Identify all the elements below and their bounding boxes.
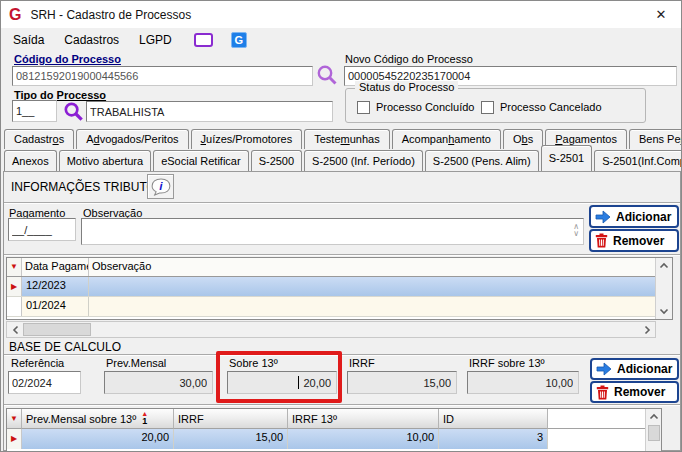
divider: [4, 254, 680, 256]
processo-cancelado-label: Processo Cancelado: [500, 101, 602, 113]
cell-data-pagamento[interactable]: 12/2023: [22, 277, 89, 296]
cell-irrf[interactable]: 15,00: [174, 429, 288, 449]
scroll-up-icon[interactable]: [646, 409, 661, 423]
tab-cadastros[interactable]: Cadastros: [4, 129, 74, 149]
tab-s2501[interactable]: S-2501: [541, 145, 592, 171]
tab-acompanhamento[interactable]: Acompanhamento: [392, 129, 501, 149]
tab-anexos[interactable]: Anexos: [4, 150, 57, 171]
pagamentos-grid: ▼ Data Pagamento Observação ▶ 12/2023 01…: [6, 257, 673, 320]
tab-testemunhas[interactable]: Testemunhas: [304, 129, 389, 149]
codigo-processo-input[interactable]: [12, 66, 313, 86]
grid-filter-icon[interactable]: ▼: [7, 258, 22, 276]
processo-cancelado-checkbox[interactable]: Processo Cancelado: [481, 101, 602, 114]
tab-obs[interactable]: Obs: [503, 129, 543, 149]
tab-s2500[interactable]: S-2500: [251, 150, 302, 171]
tab-esocial-retificar[interactable]: eSocial Retificar: [153, 150, 248, 171]
col-observacao[interactable]: Observação: [89, 258, 655, 276]
table-row[interactable]: ▶ 20,00 15,00 10,00 3: [7, 429, 645, 449]
sort-asc-icon: ▲1: [141, 411, 148, 426]
vertical-scrollbar[interactable]: [655, 258, 672, 319]
referencia-input[interactable]: [8, 371, 81, 394]
cell-prev-mensal-sobre-13[interactable]: 20,00: [22, 429, 174, 449]
novo-codigo-label: Novo Código do Processo: [345, 53, 473, 65]
divider: [4, 202, 680, 204]
monitor-icon[interactable]: [194, 33, 213, 47]
col-data-pagamento[interactable]: Data Pagamento: [22, 258, 89, 276]
vertical-scrollbar[interactable]: [645, 409, 661, 451]
codigo-processo-label: Código do Processo: [14, 53, 121, 65]
col-irrf[interactable]: IRRF: [174, 409, 288, 429]
menu-cadastros[interactable]: Cadastros: [56, 31, 127, 49]
divider: [4, 404, 680, 406]
tab-advogados-peritos[interactable]: Advogados/Peritos: [76, 129, 188, 149]
add-arrow-icon: [596, 362, 612, 376]
scroll-left-icon[interactable]: [7, 322, 23, 337]
table-row[interactable]: 01/2024: [7, 297, 655, 317]
add-arrow-icon: [595, 210, 611, 224]
app-logo-icon: G: [9, 7, 21, 23]
tributo-remover-button[interactable]: Remover: [589, 229, 679, 252]
base-remover-button[interactable]: Remover: [590, 381, 679, 403]
status-groupbox-label: Status do Processo: [355, 81, 458, 93]
base-grid-header: ▼ Prev.Mensal sobre 13º ▲1 IRRF IRRF 13º…: [7, 409, 645, 429]
cell-observacao[interactable]: [89, 277, 655, 296]
window-title: SRH - Cadastro de Processos: [30, 8, 191, 22]
trash-icon: [595, 233, 608, 248]
search-icon[interactable]: [315, 63, 339, 87]
scrollbar-thumb[interactable]: [648, 425, 660, 441]
info-button[interactable]: i: [147, 174, 174, 199]
scroll-right-icon[interactable]: [639, 322, 655, 337]
checkbox-icon[interactable]: [481, 101, 494, 114]
tab-juizes-promotores[interactable]: Juízes/Promotores: [191, 129, 303, 149]
sobre-13-input[interactable]: [227, 371, 337, 394]
processo-concluido-label: Processo Concluído: [376, 101, 474, 113]
menu-bar: Saída Cadastros LGPD G: [1, 28, 681, 51]
irrf-input[interactable]: [347, 371, 457, 394]
cell-irrf-13[interactable]: 10,00: [288, 429, 439, 449]
memo-scroll-hint-icon: ∧∨: [573, 223, 579, 237]
tipo-processo-code-input[interactable]: [12, 100, 57, 122]
tab-s2500-inf-periodo[interactable]: S-2500 (Inf. Período): [304, 150, 423, 171]
cell-id[interactable]: 3: [439, 429, 548, 449]
irrf-label: IRRF: [349, 357, 375, 369]
col-prev-mensal-sobre-13[interactable]: Prev.Mensal sobre 13º ▲1: [22, 409, 174, 429]
informacoes-tributo-title: INFORMAÇÕES TRIBUTO: [11, 180, 156, 194]
header-filler: [548, 409, 645, 429]
tab-bens-penh[interactable]: Bens Penh.: [629, 129, 682, 149]
prev-mensal-input[interactable]: [104, 371, 213, 394]
grid-filter-icon[interactable]: ▼: [7, 409, 22, 429]
observacao-memo[interactable]: ∧∨: [81, 218, 584, 245]
horizontal-scrollbar[interactable]: [6, 321, 656, 338]
close-icon[interactable]: ✕: [641, 1, 681, 28]
divider: [4, 354, 680, 356]
tab-motivo-abertura[interactable]: Motivo abertura: [59, 150, 151, 171]
trash-icon: [596, 385, 609, 400]
row-indicator-icon: ▶: [7, 429, 22, 449]
scroll-up-icon[interactable]: [656, 258, 672, 273]
tipo-processo-name-input[interactable]: [86, 101, 333, 122]
scrollbar-thumb[interactable]: [23, 323, 91, 336]
search-icon[interactable]: [62, 100, 85, 123]
col-id[interactable]: ID: [439, 409, 548, 429]
cell-data-pagamento[interactable]: 01/2024: [22, 297, 89, 316]
tab-s2500-pens-alim[interactable]: S-2500 (Pens. Alim): [425, 150, 539, 171]
row-filler: [548, 429, 645, 449]
table-row[interactable]: ▶ 12/2023: [7, 277, 655, 297]
processo-concluido-checkbox[interactable]: Processo Concluído: [357, 101, 474, 114]
checkbox-icon[interactable]: [357, 101, 370, 114]
tributo-adicionar-button[interactable]: Adicionar: [589, 205, 679, 228]
info-balloon-icon: i: [150, 176, 172, 198]
menu-saida[interactable]: Saída: [5, 31, 52, 49]
g-badge-icon[interactable]: G: [231, 32, 247, 48]
app-window: G SRH - Cadastro de Processos ✕ Saída Ca…: [0, 0, 682, 452]
tab-row-2: Anexos Motivo abertura eSocial Retificar…: [4, 150, 682, 171]
irrf-sobre-13-input[interactable]: [467, 371, 579, 394]
menu-lgpd[interactable]: LGPD: [131, 31, 180, 49]
scroll-down-icon[interactable]: [656, 304, 672, 319]
pagamento-input[interactable]: [8, 218, 76, 241]
tab-s2501-inf-compl[interactable]: S-2501(Inf.Compl): [594, 150, 682, 171]
base-adicionar-button[interactable]: Adicionar: [590, 358, 679, 380]
col-irrf-13[interactable]: IRRF 13º: [288, 409, 439, 429]
cell-observacao[interactable]: [89, 297, 655, 316]
title-bar: G SRH - Cadastro de Processos ✕: [1, 1, 681, 28]
